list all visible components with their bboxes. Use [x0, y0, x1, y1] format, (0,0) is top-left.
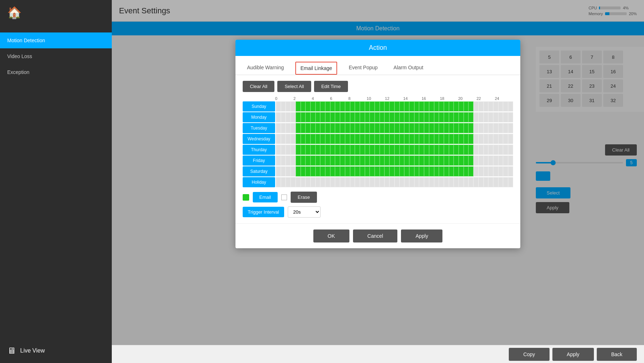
cell[interactable] [345, 166, 350, 176]
cell[interactable] [281, 177, 286, 187]
cell[interactable] [355, 177, 360, 187]
cell[interactable] [503, 145, 508, 155]
cell[interactable] [444, 112, 449, 122]
cell[interactable] [365, 101, 370, 111]
cell[interactable] [464, 177, 469, 187]
cell[interactable] [370, 112, 375, 122]
cell[interactable] [310, 101, 316, 111]
cell[interactable] [394, 177, 400, 187]
cell[interactable] [330, 177, 335, 187]
cell[interactable] [365, 123, 370, 133]
cell[interactable] [384, 101, 389, 111]
cell[interactable] [439, 166, 444, 176]
cell[interactable] [365, 145, 370, 155]
cell[interactable] [498, 156, 503, 166]
cell[interactable] [305, 166, 310, 176]
cell[interactable] [508, 134, 513, 144]
cell[interactable] [384, 123, 389, 133]
cell[interactable] [444, 134, 449, 144]
cell[interactable] [464, 156, 469, 166]
cell[interactable] [409, 145, 414, 155]
cell[interactable] [305, 156, 310, 166]
cell[interactable] [424, 145, 429, 155]
cell[interactable] [444, 101, 449, 111]
cell[interactable] [429, 166, 434, 176]
cell[interactable] [370, 166, 375, 176]
select-all-button[interactable]: Select All [277, 81, 311, 92]
cell[interactable] [468, 101, 473, 111]
cell[interactable] [389, 112, 394, 122]
cell[interactable] [355, 123, 360, 133]
cell[interactable] [498, 145, 503, 155]
cell[interactable] [439, 145, 444, 155]
cell[interactable] [419, 156, 424, 166]
cell[interactable] [320, 166, 325, 176]
cell[interactable] [375, 123, 380, 133]
cell[interactable] [365, 177, 370, 187]
cell[interactable] [409, 112, 414, 122]
cell[interactable] [345, 177, 350, 187]
cell[interactable] [305, 112, 310, 122]
cell[interactable] [350, 123, 355, 133]
cell[interactable] [454, 112, 459, 122]
day-cells-holiday[interactable] [276, 177, 513, 187]
cell[interactable] [345, 145, 350, 155]
cell[interactable] [449, 101, 454, 111]
cell[interactable] [473, 145, 478, 155]
cell[interactable] [286, 123, 291, 133]
cell[interactable] [355, 134, 360, 144]
cell[interactable] [498, 112, 503, 122]
cell[interactable] [400, 145, 405, 155]
cell[interactable] [400, 166, 405, 176]
cell[interactable] [281, 145, 286, 155]
cell[interactable] [459, 166, 464, 176]
cell[interactable] [281, 101, 286, 111]
cell[interactable] [305, 101, 310, 111]
cell[interactable] [503, 112, 508, 122]
cell[interactable] [320, 123, 325, 133]
cell[interactable] [291, 156, 296, 166]
cell[interactable] [429, 123, 434, 133]
cell[interactable] [449, 177, 454, 187]
cell[interactable] [449, 134, 454, 144]
cell[interactable] [488, 101, 493, 111]
cell[interactable] [488, 177, 493, 187]
clear-all-schedule-button[interactable]: Clear All [243, 81, 274, 92]
ok-button[interactable]: OK [313, 229, 349, 242]
cell[interactable] [473, 166, 478, 176]
cell[interactable] [503, 156, 508, 166]
cell[interactable] [360, 166, 365, 176]
cell[interactable] [316, 145, 321, 155]
cell[interactable] [444, 123, 449, 133]
cell[interactable] [409, 101, 414, 111]
cell[interactable] [484, 112, 489, 122]
cell[interactable] [286, 166, 291, 176]
cell[interactable] [484, 134, 489, 144]
cell[interactable] [394, 166, 400, 176]
cell[interactable] [459, 123, 464, 133]
cell[interactable] [384, 166, 389, 176]
cell[interactable] [468, 156, 473, 166]
cell[interactable] [291, 112, 296, 122]
cell[interactable] [454, 134, 459, 144]
cell[interactable] [404, 145, 409, 155]
cell[interactable] [508, 156, 513, 166]
email-button[interactable]: Email [253, 192, 278, 202]
cell[interactable] [419, 166, 424, 176]
cell[interactable] [325, 145, 330, 155]
cell[interactable] [281, 156, 286, 166]
cell[interactable] [296, 177, 301, 187]
trigger-interval-select[interactable]: 20s 30s 60s 120s [288, 206, 321, 218]
cell[interactable] [384, 156, 389, 166]
cell[interactable] [345, 134, 350, 144]
cell[interactable] [503, 101, 508, 111]
cell[interactable] [493, 134, 498, 144]
cell[interactable] [508, 101, 513, 111]
cell[interactable] [375, 134, 380, 144]
cell[interactable] [335, 156, 340, 166]
cell[interactable] [320, 112, 325, 122]
day-cells-friday[interactable] [276, 156, 513, 166]
cell[interactable] [468, 177, 473, 187]
cell[interactable] [429, 156, 434, 166]
cell[interactable] [380, 166, 385, 176]
